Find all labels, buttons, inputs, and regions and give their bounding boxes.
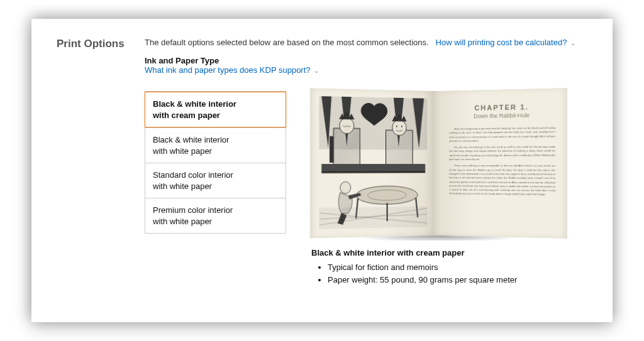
option-standard-color[interactable]: Standard color interior with white paper xyxy=(145,163,286,198)
list-item: Paper weight: 55 pound, 90 grams per squ… xyxy=(328,274,587,286)
option-premium-color[interactable]: Premium color interior with white paper xyxy=(145,198,286,234)
book-preview-image: CHAPTER 1. Down the Rabbit-Hole Alice wa… xyxy=(311,91,566,235)
ink-paper-heading: Ink and Paper Type xyxy=(145,56,587,65)
chapter-title: Down the Rabbit-Hole xyxy=(450,112,556,120)
print-options-panel: Print Options The default options select… xyxy=(31,19,613,322)
paper-options-list: Black & white interior with cream paper … xyxy=(145,91,286,286)
svg-point-5 xyxy=(392,120,406,136)
svg-rect-13 xyxy=(319,206,427,229)
option-bw-white[interactable]: Black & white interior with white paper xyxy=(145,127,286,163)
option-bw-cream[interactable]: Black & white interior with cream paper xyxy=(145,92,286,127)
section-label-col: Print Options xyxy=(57,38,132,286)
preview-column: CHAPTER 1. Down the Rabbit-Hole Alice wa… xyxy=(311,91,587,286)
alice-illustration xyxy=(319,96,427,229)
chapter-label: CHAPTER 1. xyxy=(450,102,556,112)
book-left-page xyxy=(310,88,434,238)
selection-detail-heading: Black & white interior with cream paper xyxy=(311,248,587,257)
ink-paper-support-link[interactable]: What ink and paper types does KDP suppor… xyxy=(145,65,311,75)
chevron-down-icon: ⌄ xyxy=(570,40,575,46)
sample-body-text: Alice was beginning to get very tired of… xyxy=(450,126,556,197)
chevron-down-icon: ⌄ xyxy=(314,67,319,74)
book-right-page: CHAPTER 1. Down the Rabbit-Hole Alice wa… xyxy=(433,88,567,239)
section-content: The default options selected below are b… xyxy=(145,38,587,286)
svg-point-10 xyxy=(356,186,418,205)
intro-text: The default options selected below are b… xyxy=(145,38,429,47)
svg-rect-3 xyxy=(330,136,333,163)
intro-line: The default options selected below are b… xyxy=(145,38,587,47)
list-item: Typical for fiction and memoirs xyxy=(328,261,587,274)
printing-cost-link[interactable]: How will printing cost be calculated? xyxy=(436,38,569,47)
svg-point-12 xyxy=(340,181,351,193)
section-title: Print Options xyxy=(57,38,132,50)
svg-rect-8 xyxy=(321,164,425,171)
svg-rect-9 xyxy=(321,170,425,173)
selection-detail-list: Typical for fiction and memoirs Paper we… xyxy=(311,261,587,286)
